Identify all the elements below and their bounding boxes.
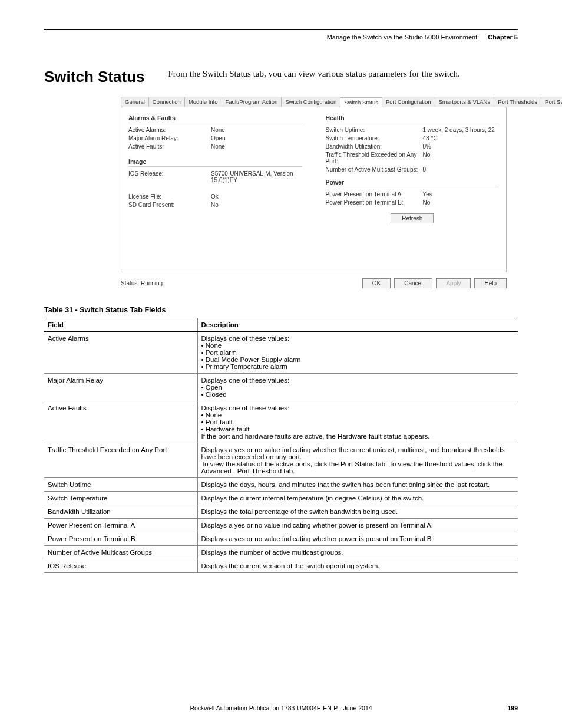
cell-field: Power Present on Terminal B: [44, 532, 197, 546]
value-power-terminal-a: Yes: [423, 191, 500, 197]
cell-desc: Displays a yes or no value indicating wh…: [197, 519, 518, 532]
th-field: Field: [44, 318, 197, 332]
table-row: Number of Active Multicast Groups Displa…: [44, 546, 518, 559]
tab-smartports-vlans[interactable]: Smartports & VLANs: [435, 97, 495, 107]
cell-desc: Displays the days, hours, and minutes th…: [197, 478, 518, 492]
apply-button[interactable]: Apply: [436, 278, 471, 288]
label-license-file: License File:: [128, 193, 211, 200]
cell-desc: Displays one of these values: None Port …: [197, 401, 518, 443]
dialog-tabs: General Connection Module Info Fault/Pro…: [121, 97, 507, 107]
breadcrumb: Manage the Switch via the Studio 5000 En…: [327, 34, 478, 41]
section-intro: From the Switch Status tab, you can view…: [168, 68, 459, 80]
tab-port-configuration[interactable]: Port Configuration: [382, 97, 435, 107]
value-sd-card-present: No: [211, 202, 302, 208]
label-major-alarm-relay: Major Alarm Relay:: [128, 135, 211, 141]
cell-field: Active Faults: [44, 401, 197, 443]
table-row: Power Present on Terminal B Displays a y…: [44, 532, 518, 546]
fields-table: Field Description Active Alarms Displays…: [44, 318, 518, 573]
value-multicast-groups: 0: [423, 166, 500, 173]
cancel-button[interactable]: Cancel: [394, 278, 432, 288]
cell-desc: Displays one of these values: None Port …: [197, 332, 518, 374]
label-power-terminal-a: Power Present on Terminal A:: [326, 191, 423, 197]
help-button[interactable]: Help: [474, 278, 507, 288]
refresh-button[interactable]: Refresh: [391, 213, 434, 223]
group-image: Image: [128, 158, 302, 167]
cell-field: Switch Temperature: [44, 492, 197, 505]
label-active-faults: Active Faults:: [128, 143, 211, 150]
table-row: Traffic Threshold Exceeded on Any Port D…: [44, 443, 518, 478]
table-row: Switch Temperature Displays the current …: [44, 492, 518, 505]
cell-desc: Displays the number of active multicast …: [197, 546, 518, 559]
ok-button[interactable]: OK: [362, 278, 391, 288]
cell-desc: Displays a yes or no value indicating wh…: [197, 532, 518, 546]
tab-port-thresholds[interactable]: Port Thresholds: [494, 97, 541, 107]
dialog-status: Status: Running: [121, 280, 359, 286]
table-row: Power Present on Terminal A Displays a y…: [44, 519, 518, 532]
cell-desc: Displays the current version of the swit…: [197, 559, 518, 573]
value-ios-release: S5700-UNIVERSAL-M, Version 15.0(1)EY: [211, 170, 302, 183]
tab-general[interactable]: General: [121, 97, 149, 107]
value-active-alarms: None: [211, 127, 302, 133]
value-major-alarm-relay: Open: [211, 135, 302, 141]
section-title: Switch Status: [44, 68, 144, 86]
label-multicast-groups: Number of Active Multicast Groups:: [326, 166, 423, 173]
th-description: Description: [197, 318, 518, 332]
tab-fault-program-action[interactable]: Fault/Program Action: [222, 97, 282, 107]
cell-desc: Displays the total percentage of the swi…: [197, 505, 518, 519]
label-ios-release: IOS Release:: [128, 170, 211, 183]
label-traffic-threshold: Traffic Threshold Exceeded on Any Port:: [326, 151, 423, 164]
cell-field: Active Alarms: [44, 332, 197, 374]
tab-port-security[interactable]: Port Security: [541, 97, 562, 107]
cell-desc: Displays one of these values: Open Close…: [197, 374, 518, 401]
cell-desc: Displays the current internal temperatur…: [197, 492, 518, 505]
cell-field: Major Alarm Relay: [44, 374, 197, 401]
cell-desc: Displays a yes or no value indicating wh…: [197, 443, 518, 478]
table-row: Active Faults Displays one of these valu…: [44, 401, 518, 443]
value-bandwidth-utilization: 0%: [423, 143, 500, 150]
tab-connection[interactable]: Connection: [148, 97, 185, 107]
value-power-terminal-b: No: [423, 199, 500, 206]
value-switch-temperature: 48 °C: [423, 135, 500, 141]
tab-switch-status[interactable]: Switch Status: [340, 97, 382, 107]
label-bandwidth-utilization: Bandwidth Utilization:: [326, 143, 423, 150]
group-power: Power: [326, 179, 500, 187]
cell-field: Traffic Threshold Exceeded on Any Port: [44, 443, 197, 478]
cell-field: Bandwidth Utilization: [44, 505, 197, 519]
label-power-terminal-b: Power Present on Terminal B:: [326, 199, 423, 206]
tab-switch-configuration[interactable]: Switch Configuration: [281, 97, 340, 107]
footer-text: Rockwell Automation Publication 1783-UM0…: [0, 704, 562, 711]
cell-field: IOS Release: [44, 559, 197, 573]
value-traffic-threshold: No: [423, 151, 500, 164]
cell-field: Power Present on Terminal A: [44, 519, 197, 532]
label-active-alarms: Active Alarms:: [128, 127, 211, 133]
cell-field: Number of Active Multicast Groups: [44, 546, 197, 559]
table-row: Bandwidth Utilization Displays the total…: [44, 505, 518, 519]
value-switch-uptime: 1 week, 2 days, 3 hours, 22: [423, 127, 500, 133]
switch-status-dialog: General Connection Module Info Fault/Pro…: [121, 97, 507, 288]
group-alarms-faults: Alarms & Faults: [128, 114, 302, 123]
page-header: Manage the Switch via the Studio 5000 En…: [44, 34, 518, 44]
label-switch-temperature: Switch Temperature:: [326, 135, 423, 141]
group-health: Health: [326, 114, 500, 123]
table-row: Switch Uptime Displays the days, hours, …: [44, 478, 518, 492]
label-switch-uptime: Switch Uptime:: [326, 127, 423, 133]
chapter-label: Chapter 5: [488, 34, 518, 41]
table-row: IOS Release Displays the current version…: [44, 559, 518, 573]
value-license-file: Ok: [211, 193, 302, 200]
table-row: Active Alarms Displays one of these valu…: [44, 332, 518, 374]
table-row: Major Alarm Relay Displays one of these …: [44, 374, 518, 401]
tab-module-info[interactable]: Module Info: [184, 97, 222, 107]
cell-field: Switch Uptime: [44, 478, 197, 492]
table-caption: Table 31 - Switch Status Tab Fields: [44, 306, 518, 314]
page-number: 199: [507, 704, 518, 711]
label-sd-card-present: SD Card Present:: [128, 202, 211, 208]
value-active-faults: None: [211, 143, 302, 150]
